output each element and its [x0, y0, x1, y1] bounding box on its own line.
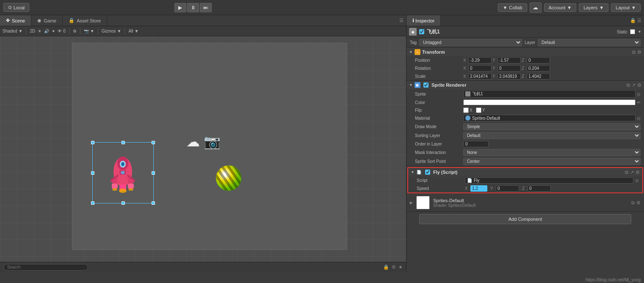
tab-inspector[interactable]: ℹ Inspector — [406, 15, 441, 26]
pos-x-input[interactable] — [468, 57, 492, 63]
sprite-renderer-header[interactable]: ▼ ▣ Sprite Renderer ⧉ ↗ ⚙ — [406, 81, 644, 89]
sprite-field[interactable]: 飞机1 — [463, 90, 636, 98]
material-collapse-arrow[interactable]: ▶ — [410, 201, 413, 205]
sprite-sort-point-select[interactable]: Center — [463, 158, 641, 165]
handle-tc[interactable] — [122, 141, 125, 144]
transform-copy-icon[interactable]: ⧉ — [632, 49, 636, 55]
game-tab-icon: ◉ — [37, 18, 41, 23]
scene-viewport[interactable]: ☁ 📷 — [0, 36, 406, 262]
layer-select[interactable]: Default — [538, 39, 641, 46]
sprite-renderer-checkbox[interactable] — [423, 82, 428, 88]
scene-search-input[interactable] — [3, 264, 88, 271]
lighting-icon-btn[interactable]: ☀ — [38, 29, 41, 33]
static-checkbox[interactable] — [630, 29, 635, 34]
fly-script-checkbox[interactable] — [425, 170, 430, 175]
transform-settings-icon[interactable]: ⚙ — [637, 49, 641, 55]
order-in-layer-input[interactable] — [463, 141, 489, 147]
rot-y-input[interactable] — [498, 65, 521, 71]
scene-tab-options[interactable]: ☰ — [397, 15, 406, 26]
mask-interaction-select[interactable]: None — [463, 149, 641, 156]
sprite-target-icon[interactable]: ◎ — [637, 92, 641, 96]
scale-z-input[interactable] — [527, 73, 550, 80]
collab-button[interactable]: ▼ Collab — [498, 3, 527, 12]
material-copy-icon[interactable]: ⧉ — [631, 200, 635, 206]
draw-mode-select[interactable]: Simple — [463, 123, 641, 130]
sorting-layer-select[interactable]: Default — [463, 132, 641, 139]
material-field[interactable]: Sprites-Default — [463, 115, 636, 121]
scene-tab-bar: ✤ Scene ◉ Game 🔒 Asset Store ☰ — [0, 15, 406, 26]
scene-count[interactable]: 👁 0 — [58, 29, 66, 33]
handle-mr[interactable] — [152, 171, 155, 175]
object-active-checkbox[interactable] — [419, 29, 424, 34]
step-button[interactable]: ⏭ — [200, 3, 212, 12]
account-button[interactable]: Account ▼ — [544, 3, 577, 12]
tab-game[interactable]: ◉ Game — [31, 15, 63, 26]
cloud-button[interactable]: ☁ — [530, 3, 542, 13]
scale-y-input[interactable] — [498, 73, 521, 80]
fly-script-settings-icon[interactable]: ⚙ — [636, 170, 640, 175]
2d-toggle[interactable]: 2D — [30, 29, 35, 33]
sprite-renderer-copy-icon[interactable]: ⧉ — [627, 82, 630, 88]
sprite-renderer-target-icon[interactable]: ↗ — [632, 82, 636, 88]
static-dropdown-arrow[interactable]: ▼ — [638, 30, 641, 34]
add-component-button[interactable]: Add Component — [419, 214, 631, 224]
transform-header[interactable]: ▼ ↔ Transform ⧉ ⚙ — [406, 48, 644, 56]
handle-tl[interactable] — [91, 141, 94, 144]
hamburger-icon: ☰ — [399, 18, 404, 23]
handle-tr[interactable] — [152, 141, 155, 144]
sprite-renderer-btns: ⧉ ↗ ⚙ — [627, 82, 641, 88]
bottom-url: https://blog.csdn.net/Mj_yong — [586, 278, 641, 282]
gizmos-dropdown[interactable]: Gizmos ▼ — [102, 29, 122, 33]
sprite-renderer-settings-icon[interactable]: ⚙ — [637, 82, 641, 88]
effects-icon-btn[interactable]: ✦ — [52, 29, 55, 33]
toolbar-sep-3 — [80, 28, 80, 34]
pos-z-input[interactable] — [527, 57, 550, 63]
scene-toolbar: Shaded ▼ 2D ☀ 🔊 ✦ 👁 0 ⚙ — [0, 26, 406, 36]
camera-object[interactable]: ☁ 📷 — [186, 134, 221, 150]
camera-dropdown[interactable]: 📷 ▼ — [84, 29, 94, 33]
scale-x-input[interactable] — [468, 73, 492, 80]
flip-x-checkbox[interactable] — [463, 107, 469, 113]
tag-select[interactable]: Untagged — [419, 39, 522, 46]
rot-x-input[interactable] — [468, 65, 492, 71]
flip-row: Flip X Y — [406, 106, 644, 114]
audio-icon-btn[interactable]: 🔊 — [44, 29, 49, 33]
pause-button[interactable]: ⏸ — [187, 3, 199, 12]
play-button[interactable]: ▶ — [174, 3, 186, 12]
script-value[interactable]: 📄 Fly — [465, 177, 633, 184]
eyedropper-icon[interactable]: ✏ — [637, 100, 641, 105]
all-dropdown[interactable]: All ▼ — [128, 29, 138, 33]
fly-script-target-icon[interactable]: ↗ — [630, 170, 634, 175]
handle-br[interactable] — [152, 201, 155, 205]
fly-script-header[interactable]: ▼ 📄 Fly (Script) ⧉ ↗ ⚙ — [408, 168, 642, 176]
material-target-icon[interactable]: ◎ — [637, 116, 641, 121]
speed-value-area: X Y Z — [465, 185, 639, 192]
layers-button[interactable]: Layers ▼ — [579, 3, 608, 12]
inspector-lock-icon[interactable]: 🔒 — [630, 18, 636, 23]
mask-interaction-value-area: None — [463, 149, 641, 156]
ball-object[interactable] — [216, 165, 241, 191]
flip-y-checkbox[interactable] — [476, 107, 481, 113]
handle-bc[interactable] — [122, 201, 125, 205]
tab-scene[interactable]: ✤ Scene — [0, 15, 31, 26]
pos-y-input[interactable] — [498, 57, 521, 63]
handle-bl[interactable] — [91, 201, 94, 205]
speed-y-input[interactable] — [496, 185, 519, 192]
speed-x-input[interactable] — [470, 185, 487, 192]
speed-z-input[interactable] — [528, 185, 551, 192]
script-target-icon[interactable]: ◎ — [635, 178, 639, 183]
shaded-dropdown[interactable]: Shaded ▼ — [3, 29, 22, 33]
material-settings-icon[interactable]: ⚙ — [636, 200, 641, 206]
spaceship-object[interactable] — [97, 144, 148, 195]
tools-icon-btn[interactable]: ⚙ — [73, 29, 77, 33]
color-picker[interactable] — [463, 99, 636, 105]
tab-asset-store[interactable]: 🔒 Asset Store — [63, 15, 107, 26]
flip-value-area: X Y — [463, 107, 641, 113]
rot-z-input[interactable] — [527, 65, 550, 71]
local-button[interactable]: ⊙ Local — [3, 3, 29, 12]
layout-button[interactable]: Layout ▼ — [611, 3, 641, 12]
handle-ml[interactable] — [91, 171, 94, 175]
position-values: X Y Z — [463, 57, 641, 63]
fly-script-copy-icon[interactable]: ⧉ — [625, 170, 628, 175]
inspector-menu-icon[interactable]: ☰ — [637, 18, 641, 23]
